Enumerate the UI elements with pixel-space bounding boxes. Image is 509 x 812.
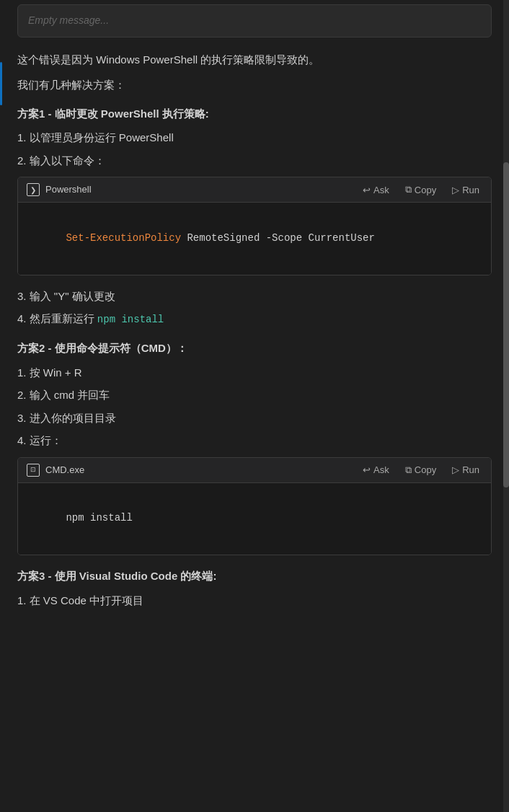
powershell-actions: ↩ Ask ⧉ Copy ▷ Run <box>360 182 482 197</box>
powershell-keyword: Set-ExecutionPolicy <box>66 232 181 244</box>
cmd-icon: ⊡ <box>27 464 40 477</box>
powershell-ask-button[interactable]: ↩ Ask <box>360 183 392 197</box>
solution1-step3: 3. 输入 "Y" 确认更改 <box>17 287 492 306</box>
solution1-step2: 2. 输入以下命令： <box>17 151 492 170</box>
solution2-step1: 1. 按 Win + R <box>17 363 492 382</box>
npm-install-inline: npm install <box>97 314 164 325</box>
powershell-copy-button[interactable]: ⧉ Copy <box>402 182 439 197</box>
cmd-title: ⊡ CMD.exe <box>27 462 84 478</box>
powershell-icon: ❯ <box>27 183 40 196</box>
ask-icon: ↩ <box>363 185 371 195</box>
solution1-step4: 4. 然后重新运行 npm install <box>17 309 492 329</box>
intro-line2: 我们有几种解决方案： <box>17 76 492 94</box>
cmd-copy-icon: ⧉ <box>405 464 412 476</box>
cmd-run-icon: ▷ <box>452 464 459 475</box>
powershell-run-button[interactable]: ▷ Run <box>449 183 482 197</box>
cmd-actions: ↩ Ask ⧉ Copy ▷ Run <box>360 463 482 477</box>
intro-line1: 这个错误是因为 Windows PowerShell 的执行策略限制导致的。 <box>17 50 492 69</box>
scrollbar[interactable] <box>503 0 509 812</box>
ask-label: Ask <box>373 185 389 195</box>
powershell-code-body: Set-ExecutionPolicy RemoteSigned -Scope … <box>18 203 491 274</box>
solution2-title: 方案2 - 使用命令提示符（CMD）： <box>17 339 492 358</box>
cmd-ask-button[interactable]: ↩ Ask <box>360 463 392 477</box>
cmd-code-block: ⊡ CMD.exe ↩ Ask ⧉ Copy ▷ Run npm install <box>17 457 492 555</box>
powershell-label: Powershell <box>45 182 92 198</box>
solution1-step1: 1. 以管理员身份运行 PowerShell <box>17 128 492 147</box>
solution1-title: 方案1 - 临时更改 PowerShell 执行策略: <box>17 105 492 123</box>
copy-icon: ⧉ <box>405 184 412 195</box>
solution2-step4: 4. 运行： <box>17 431 492 450</box>
powershell-code-header: ❯ Powershell ↩ Ask ⧉ Copy ▷ Run <box>18 177 491 203</box>
cmd-copy-button[interactable]: ⧉ Copy <box>402 463 439 477</box>
cmd-run-button[interactable]: ▷ Run <box>449 463 482 477</box>
copy-label: Copy <box>415 185 436 195</box>
cmd-code-body: npm install <box>18 483 491 555</box>
cmd-code-text: npm install <box>66 512 132 524</box>
run-icon: ▷ <box>452 185 459 195</box>
accent-bar <box>0 62 2 105</box>
powershell-code-rest: RemoteSigned -Scope CurrentUser <box>181 232 375 244</box>
cmd-ask-label: Ask <box>373 464 389 475</box>
solution2-step2: 2. 输入 cmd 并回车 <box>17 386 492 405</box>
cmd-run-label: Run <box>462 464 479 475</box>
powershell-title: ❯ Powershell <box>27 182 92 198</box>
cmd-copy-label: Copy <box>415 464 436 475</box>
powershell-code-block: ❯ Powershell ↩ Ask ⧉ Copy ▷ Run Set-Exec… <box>17 177 492 275</box>
run-label: Run <box>462 185 479 195</box>
solution3-step1: 1. 在 VS Code 中打开项目 <box>17 591 492 610</box>
solution2-step3: 3. 进入你的项目目录 <box>17 409 492 428</box>
cmd-code-header: ⊡ CMD.exe ↩ Ask ⧉ Copy ▷ Run <box>18 458 491 483</box>
scrollbar-thumb[interactable] <box>503 162 509 487</box>
message-input[interactable]: Empty message... <box>17 4 492 37</box>
cmd-ask-icon: ↩ <box>363 464 371 475</box>
cmd-label: CMD.exe <box>45 462 84 478</box>
solution3-title: 方案3 - 使用 Visual Studio Code 的终端: <box>17 567 492 586</box>
